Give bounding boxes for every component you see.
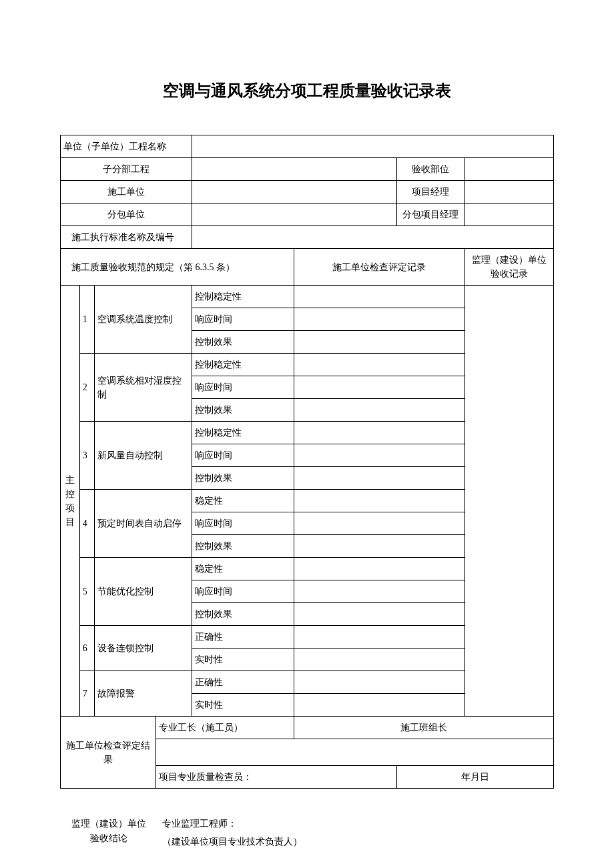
item-no: 4 bbox=[79, 490, 95, 558]
item-name: 空调系统温度控制 bbox=[95, 286, 192, 354]
value-acceptance-dept bbox=[465, 158, 553, 181]
item-no: 6 bbox=[79, 626, 95, 671]
criterion: 控制效果 bbox=[192, 399, 294, 422]
label-check-result: 施工单位检查评定结果 bbox=[61, 717, 156, 789]
label-subcontractor: 分包单位 bbox=[61, 203, 192, 226]
supervisor-signatures: 专业监理工程师： （建设单位项目专业技术负责人） bbox=[157, 815, 302, 851]
supervisor-conclusion-label: 监理（建设）单位 验收结论 bbox=[60, 815, 157, 847]
label-date: 年月日 bbox=[396, 766, 553, 789]
check-cell bbox=[294, 422, 465, 444]
row-subdivision: 子分部工程 验收部位 bbox=[61, 158, 554, 181]
inspection-table: 单位（子单位）工程名称 子分部工程 验收部位 施工单位 项目经理 分包单位 分包… bbox=[60, 135, 554, 789]
check-cell bbox=[294, 376, 465, 399]
item-name: 新风量自动控制 bbox=[95, 422, 192, 490]
label-quality-inspector: 项目专业质量检查员： bbox=[156, 766, 396, 789]
check-cell bbox=[294, 490, 465, 512]
criterion: 稳定性 bbox=[192, 558, 294, 580]
label-unit-project: 单位（子单位）工程名称 bbox=[61, 135, 192, 158]
page-title: 空调与通风系统分项工程质量验收记录表 bbox=[60, 80, 554, 101]
supervisor-conclusion-l2: 验收结论 bbox=[90, 833, 127, 843]
check-cell bbox=[294, 399, 465, 422]
criterion: 正确性 bbox=[192, 671, 294, 694]
criterion: 响应时间 bbox=[192, 580, 294, 603]
check-cell bbox=[294, 648, 465, 671]
label-acceptance-dept: 验收部位 bbox=[396, 158, 465, 181]
item-no: 2 bbox=[79, 354, 95, 422]
check-cell bbox=[294, 467, 465, 490]
supervisor-cell bbox=[465, 286, 553, 717]
label-subdivision: 子分部工程 bbox=[61, 158, 192, 181]
item-name: 设备连锁控制 bbox=[95, 626, 192, 671]
check-cell bbox=[294, 444, 465, 467]
label-team-leader: 施工班组长 bbox=[294, 717, 554, 739]
check-cell bbox=[294, 626, 465, 648]
criterion: 响应时间 bbox=[192, 444, 294, 467]
value-sub-pm bbox=[465, 203, 553, 226]
item-no: 3 bbox=[79, 422, 95, 490]
item-name: 节能优化控制 bbox=[95, 558, 192, 626]
label-construction-unit: 施工单位 bbox=[61, 181, 192, 203]
supervisor-conclusion-block: 监理（建设）单位 验收结论 专业监理工程师： （建设单位项目专业技术负责人） bbox=[60, 815, 554, 851]
check-cell bbox=[294, 331, 465, 354]
check-cell bbox=[294, 286, 465, 308]
row-columns-header: 施工质量验收规范的规定（第 6.3.5 条） 施工单位检查评定记录 监理（建设）… bbox=[61, 249, 554, 286]
label-standard: 施工执行标准名称及编号 bbox=[61, 226, 192, 249]
blank-cell bbox=[156, 739, 554, 766]
supervisor-conclusion-l1: 监理（建设）单位 bbox=[71, 819, 146, 829]
label-sub-pm: 分包项目经理 bbox=[396, 203, 465, 226]
row-construction-unit: 施工单位 项目经理 bbox=[61, 181, 554, 203]
criterion: 正确性 bbox=[192, 626, 294, 648]
value-standard bbox=[192, 226, 554, 249]
col-supervisor-record: 监理（建设）单位验收记录 bbox=[465, 249, 553, 286]
check-cell bbox=[294, 694, 465, 717]
criterion: 实时性 bbox=[192, 648, 294, 671]
check-cell bbox=[294, 535, 465, 558]
criterion: 控制效果 bbox=[192, 535, 294, 558]
pro-engineer-label: 专业监理工程师： bbox=[162, 815, 302, 833]
criterion: 控制稳定性 bbox=[192, 354, 294, 376]
item-name: 空调系统相对湿度控制 bbox=[95, 354, 192, 422]
value-unit-project bbox=[192, 135, 554, 158]
main-group-label: 主控项目 bbox=[61, 286, 80, 717]
criterion: 响应时间 bbox=[192, 308, 294, 331]
label-project-manager: 项目经理 bbox=[396, 181, 465, 203]
owner-tech-label: （建设单位项目专业技术负责人） bbox=[162, 833, 302, 851]
item-no: 1 bbox=[79, 286, 95, 354]
check-cell bbox=[294, 354, 465, 376]
criterion: 响应时间 bbox=[192, 512, 294, 535]
check-cell bbox=[294, 603, 465, 626]
row-standard: 施工执行标准名称及编号 bbox=[61, 226, 554, 249]
criterion: 响应时间 bbox=[192, 376, 294, 399]
criterion: 控制效果 bbox=[192, 467, 294, 490]
criterion: 稳定性 bbox=[192, 490, 294, 512]
label-pro-foreman: 专业工长（施工员） bbox=[156, 717, 294, 739]
row-subcontractor: 分包单位 分包项目经理 bbox=[61, 203, 554, 226]
check-cell bbox=[294, 558, 465, 580]
check-cell bbox=[294, 671, 465, 694]
criterion: 控制稳定性 bbox=[192, 422, 294, 444]
col-spec-rule: 施工质量验收规范的规定（第 6.3.5 条） bbox=[61, 249, 294, 286]
table-row: 主控项目 1 空调系统温度控制 控制稳定性 bbox=[61, 286, 554, 308]
criterion: 控制效果 bbox=[192, 603, 294, 626]
row-foreman: 施工单位检查评定结果 专业工长（施工员） 施工班组长 bbox=[61, 717, 554, 739]
row-unit-project: 单位（子单位）工程名称 bbox=[61, 135, 554, 158]
value-construction-unit bbox=[192, 181, 396, 203]
value-project-manager bbox=[465, 181, 553, 203]
item-name: 故障报警 bbox=[95, 671, 192, 717]
col-check-record: 施工单位检查评定记录 bbox=[294, 249, 465, 286]
item-name: 预定时间表自动启停 bbox=[95, 490, 192, 558]
criterion: 控制效果 bbox=[192, 331, 294, 354]
value-subcontractor bbox=[192, 203, 396, 226]
criterion: 实时性 bbox=[192, 694, 294, 717]
value-subdivision bbox=[192, 158, 396, 181]
item-no: 7 bbox=[79, 671, 95, 717]
check-cell bbox=[294, 580, 465, 603]
item-no: 5 bbox=[79, 558, 95, 626]
check-cell bbox=[294, 512, 465, 535]
criterion: 控制稳定性 bbox=[192, 286, 294, 308]
check-cell bbox=[294, 308, 465, 331]
